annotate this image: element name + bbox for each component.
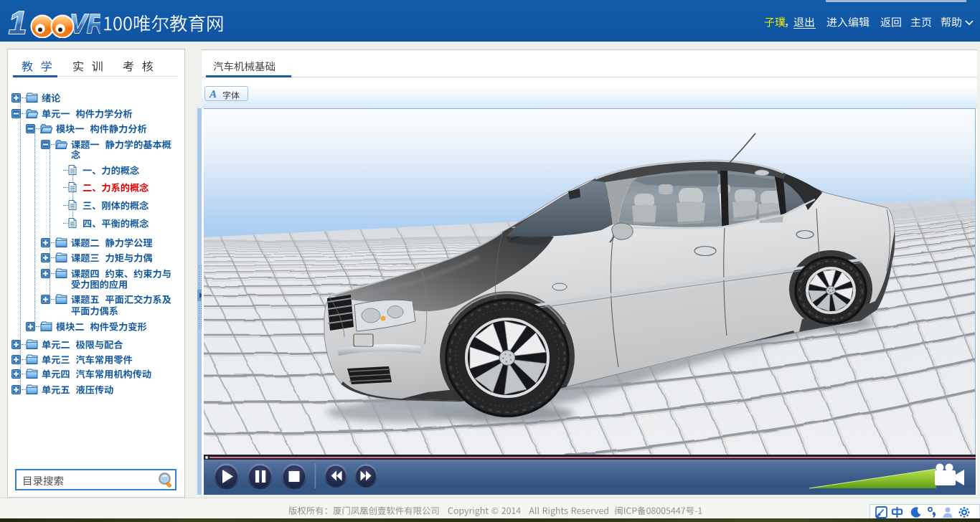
svg-text:A: A bbox=[209, 88, 217, 100]
svg-text:VR: VR bbox=[70, 9, 100, 38]
svg-text:1: 1 bbox=[9, 5, 27, 38]
